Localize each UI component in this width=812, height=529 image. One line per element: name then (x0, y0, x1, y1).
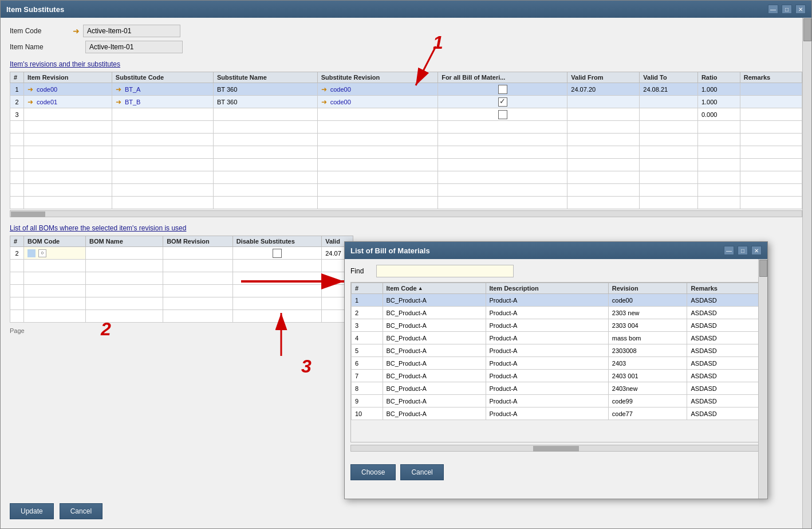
modal-row-3[interactable]: 3 BC_Product-A Product-A 2303 004 ASDASD (352, 319, 761, 332)
bom-col-disable: Disable Substitutes (232, 236, 321, 247)
modal-hscrollbar[interactable] (350, 445, 762, 452)
checkbox-disable-subs[interactable] (273, 249, 282, 258)
main-scrollbar[interactable] (802, 18, 811, 528)
modal-row-9[interactable]: 9 BC_Product-A Product-A code99 ASDASD (352, 395, 761, 407)
modal-vscrollbar-thumb[interactable] (759, 260, 767, 277)
modal-row-5[interactable]: 5 BC_Product-A Product-A 2303008 ASDASD (352, 344, 761, 357)
rev-code-link-1[interactable]: code00 (37, 86, 57, 93)
cell-item-rev-1: ➜ code00 (24, 83, 112, 96)
find-label: Find (350, 267, 370, 275)
col-sub-code: Substitute Code (112, 72, 213, 83)
modal-row-10[interactable]: 10 BC_Product-A Product-A code77 ASDASD (352, 407, 761, 420)
modal-close-button[interactable]: ✕ (751, 246, 762, 255)
revision-row-1[interactable]: 1 ➜ code00 ➜ BT_A BT 360 ➜ code00 (10, 83, 802, 96)
modal-cell-rev-2: 2303 new (608, 307, 687, 319)
cancel-button[interactable]: Cancel (60, 503, 103, 519)
modal-cancel-button[interactable]: Cancel (400, 464, 443, 480)
maximize-button[interactable]: □ (782, 5, 792, 14)
sub-rev-link-1[interactable]: code00 (330, 86, 351, 93)
cell-for-all-1[interactable] (438, 83, 567, 96)
cell-item-rev-2: ➜ code01 (24, 96, 112, 108)
modal-cell-rem-5: ASDASD (687, 344, 761, 357)
modal-col-revision: Revision (608, 283, 687, 294)
modal-row-2[interactable]: 2 BC_Product-A Product-A 2303 new ASDASD (352, 307, 761, 319)
cell-valid-from-1: 24.07.20 (567, 83, 640, 96)
sub-rev-link-2[interactable]: code00 (330, 99, 351, 105)
checkbox-for-all-3[interactable] (498, 110, 507, 119)
modal-cell-rev-3: 2303 004 (608, 319, 687, 332)
modal-cell-rem-2: ASDASD (687, 307, 761, 319)
bom-section-header[interactable]: List of all BOMs where the selected item… (10, 224, 802, 232)
scrollbar-thumb[interactable] (803, 18, 811, 41)
modal-cell-num-7: 7 (352, 370, 383, 382)
item-name-input[interactable] (85, 41, 183, 53)
checkbox-for-all-2[interactable] (498, 97, 507, 107)
sort-arrow-item-code[interactable]: ▲ (418, 285, 423, 291)
cell-sub-code-1: ➜ BT_A (112, 83, 213, 96)
cell-sub-name-3 (214, 108, 318, 121)
modal-cell-desc-6: Product-A (486, 357, 608, 370)
modal-cell-rem-9: ASDASD (687, 395, 761, 407)
cell-item-rev-3 (24, 108, 112, 121)
checkbox-for-all-1[interactable] (498, 85, 507, 94)
cell-for-all-2[interactable] (438, 96, 567, 108)
modal-header-row: # Item Code ▲ Item Description Revision … (352, 283, 761, 294)
bom-empty-row-3 (10, 285, 353, 297)
empty-row-8 (10, 171, 802, 184)
modal-scrollbar-thumb[interactable] (533, 446, 579, 452)
revisions-hscrollbar[interactable] (10, 210, 802, 217)
modal-cell-desc-3: Product-A (486, 319, 608, 332)
modal-controls: — □ ✕ (724, 246, 762, 255)
choose-button[interactable]: Choose (350, 464, 396, 480)
bom-empty-row-4 (10, 297, 353, 310)
modal-row-8[interactable]: 8 BC_Product-A Product-A 2403new ASDASD (352, 382, 761, 395)
empty-row-6 (10, 146, 802, 159)
modal-cell-num-8: 8 (352, 382, 383, 395)
modal-cell-desc-9: Product-A (486, 395, 608, 407)
modal-title-bar: List of Bill of Materials — □ ✕ (345, 242, 767, 259)
col-valid-from: Valid From (567, 72, 640, 83)
page-label: Page (10, 327, 25, 334)
sub-code-link-1[interactable]: BT_A (125, 86, 141, 93)
revision-row-3[interactable]: 3 0.000 (10, 108, 802, 121)
find-input[interactable] (376, 265, 514, 277)
cell-sub-rev-1: ➜ code00 (317, 83, 438, 96)
find-row: Find (350, 265, 762, 277)
modal-cell-rev-8: 2403new (608, 382, 687, 395)
modal-row-4[interactable]: 4 BC_Product-A Product-A mass bom ASDASD (352, 332, 761, 344)
revisions-section-header[interactable]: Item's revisions and their substitutes (10, 60, 802, 68)
bom-row-2[interactable]: 2 ○ 24.07 (10, 247, 353, 260)
sub-code-link-2[interactable]: BT_B (125, 99, 141, 105)
modal-table-container[interactable]: # Item Code ▲ Item Description Revision … (350, 282, 762, 442)
modal-row-6[interactable]: 6 BC_Product-A Product-A 2403 ASDASD (352, 357, 761, 370)
col-valid-to: Valid To (640, 72, 698, 83)
item-code-arrow-icon: ➜ (73, 26, 80, 36)
modal-col-remarks: Remarks (687, 283, 761, 294)
modal-cell-rev-6: 2403 (608, 357, 687, 370)
revisions-header-row: # Item Revision Substitute Code Substitu… (10, 72, 802, 83)
modal-row-1[interactable]: 1 BC_Product-A Product-A code00 ASDASD (352, 294, 761, 307)
item-code-input[interactable] (83, 25, 180, 37)
cell-ratio-2: 1.000 (697, 96, 740, 108)
modal-maximize-button[interactable]: □ (738, 246, 748, 255)
cell-sub-rev-2: ➜ code00 (317, 96, 438, 108)
close-button[interactable]: ✕ (795, 5, 806, 14)
col-num: # (10, 72, 24, 83)
revision-row-2[interactable]: 2 ➜ code01 ➜ BT_B BT 360 ➜ code00 (10, 96, 802, 108)
modal-minimize-button[interactable]: — (724, 246, 734, 255)
modal-table: # Item Code ▲ Item Description Revision … (351, 283, 761, 420)
modal-vscrollbar[interactable] (758, 259, 767, 499)
cell-valid-to-3 (640, 108, 698, 121)
bom-cell-code[interactable]: ○ (24, 247, 86, 260)
bom-empty-row-2 (10, 272, 353, 285)
bom-cell-disable[interactable] (232, 247, 321, 260)
cell-for-all-3[interactable] (438, 108, 567, 121)
update-button[interactable]: Update (10, 503, 54, 519)
modal-cell-rev-7: 2403 001 (608, 370, 687, 382)
empty-row-5 (10, 134, 802, 146)
modal-row-7[interactable]: 7 BC_Product-A Product-A 2403 001 ASDASD (352, 370, 761, 382)
rev-code-link-2[interactable]: code01 (37, 99, 57, 105)
minimize-button[interactable]: — (768, 5, 778, 14)
modal-cell-rev-4: mass bom (608, 332, 687, 344)
modal-cell-rem-7: ASDASD (687, 370, 761, 382)
